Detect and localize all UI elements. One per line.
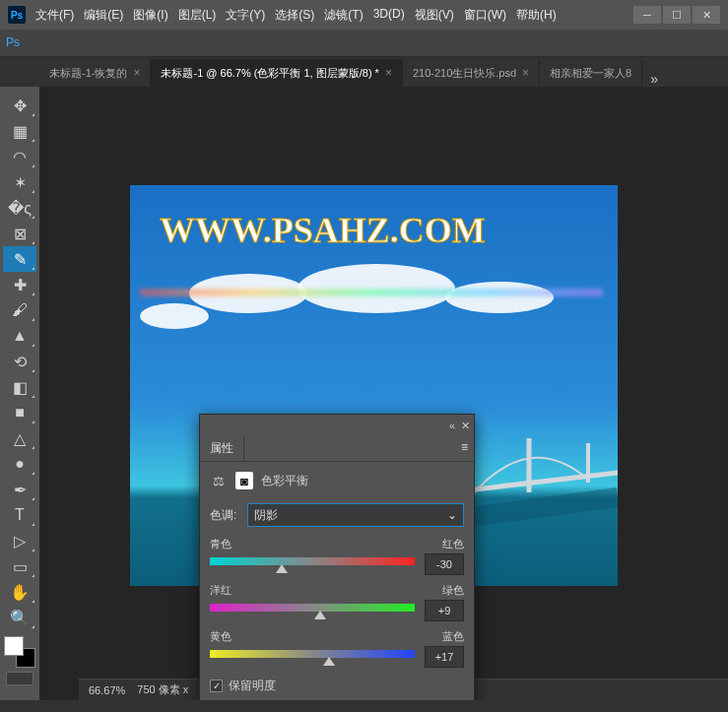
menu-help[interactable]: 帮助(H) bbox=[516, 7, 557, 24]
tool-eraser[interactable]: ◧ bbox=[3, 374, 36, 400]
menu-file[interactable]: 文件(F) bbox=[35, 7, 74, 24]
toolbar: ✥▦◠✶�ς⊠✎✚🖌▲⟲◧■△●✒T▷▭✋🔍 bbox=[0, 87, 39, 700]
watermark-text: WWW.PSAHZ.COM bbox=[160, 210, 486, 251]
tool-heal[interactable]: ✚ bbox=[3, 272, 36, 297]
slider-value-input[interactable]: +9 bbox=[425, 600, 464, 621]
tone-select[interactable]: 阴影 ⌄ bbox=[247, 503, 464, 527]
tool-history[interactable]: ⟲ bbox=[3, 349, 36, 374]
slider-left-label: 青色 bbox=[210, 537, 232, 551]
panel-tab-properties[interactable]: 属性 bbox=[200, 436, 244, 461]
tab-doc-3[interactable]: 210-210生日快乐.psd× bbox=[403, 59, 540, 87]
tool-eyedropper[interactable]: ✎ bbox=[3, 246, 36, 272]
slider-value-input[interactable]: +17 bbox=[425, 646, 464, 668]
preserve-luminosity-checkbox[interactable]: ✓ bbox=[210, 680, 223, 692]
slider-thumb[interactable] bbox=[323, 657, 335, 666]
tool-shape[interactable]: ▭ bbox=[3, 553, 36, 579]
minimize-button[interactable]: ─ bbox=[633, 6, 661, 24]
menu-bar: 文件(F) 编辑(E) 图像(I) 图层(L) 文字(Y) 选择(S) 滤镜(T… bbox=[35, 7, 633, 24]
document-tabs: 未标题-1-恢复的× 未标题-1 @ 66.7% (色彩平衡 1, 图层蒙版/8… bbox=[0, 57, 728, 87]
close-icon[interactable]: × bbox=[522, 66, 529, 80]
app-logo: Ps bbox=[8, 6, 26, 24]
collapse-icon[interactable]: « bbox=[449, 420, 455, 431]
tool-brush[interactable]: 🖌 bbox=[3, 297, 36, 323]
mask-icon: ◙ bbox=[235, 472, 253, 489]
menu-type[interactable]: 文字(Y) bbox=[226, 7, 265, 24]
close-icon[interactable]: × bbox=[385, 66, 392, 80]
doc-dimensions: 750 像素 x bbox=[137, 682, 188, 697]
panel-close-icon[interactable]: ✕ bbox=[461, 420, 470, 432]
menu-edit[interactable]: 编辑(E) bbox=[84, 7, 123, 24]
tool-wand[interactable]: ✶ bbox=[3, 169, 36, 195]
color-slider[interactable] bbox=[210, 650, 415, 658]
menu-image[interactable]: 图像(I) bbox=[133, 7, 167, 24]
fg-swatch[interactable] bbox=[4, 636, 24, 656]
menu-layer[interactable]: 图层(L) bbox=[178, 7, 217, 24]
slider-left-label: 黄色 bbox=[210, 629, 232, 644]
tool-lasso[interactable]: ◠ bbox=[3, 144, 36, 169]
tab-doc-1[interactable]: 未标题-1-恢复的× bbox=[39, 59, 151, 87]
ps-small-icon: Ps bbox=[6, 35, 22, 51]
tab-doc-4[interactable]: 相亲相爱一家人8 bbox=[540, 59, 642, 87]
tool-gradient[interactable]: ■ bbox=[3, 400, 36, 425]
menu-filter[interactable]: 滤镜(T) bbox=[324, 7, 363, 24]
chevron-down-icon: ⌄ bbox=[447, 508, 457, 522]
tool-zoom[interactable]: 🔍 bbox=[3, 605, 36, 630]
slider-right-label: 红色 bbox=[442, 537, 464, 551]
tab-label: 未标题-1 @ 66.7% (色彩平衡 1, 图层蒙版/8) * bbox=[161, 66, 378, 81]
close-icon[interactable]: × bbox=[133, 66, 140, 80]
close-button[interactable]: ✕ bbox=[693, 6, 720, 24]
tool-dodge[interactable]: ● bbox=[3, 451, 36, 477]
maximize-button[interactable]: ☐ bbox=[663, 6, 691, 24]
menu-select[interactable]: 选择(S) bbox=[275, 7, 314, 24]
canvas-area[interactable]: WWW.PSAHZ.COM « ✕ 属性 ≡ ⚖ ◙ 色彩平衡 色调: bbox=[39, 87, 728, 700]
tone-value: 阴影 bbox=[254, 507, 278, 524]
adjustment-name: 色彩平衡 bbox=[261, 473, 308, 489]
preserve-luminosity-label: 保留明度 bbox=[229, 678, 276, 694]
tool-crop[interactable]: �ς bbox=[3, 195, 36, 221]
menu-3d[interactable]: 3D(D) bbox=[373, 7, 405, 24]
slider-right-label: 蓝色 bbox=[442, 629, 464, 644]
tab-overflow-button[interactable]: » bbox=[642, 71, 666, 87]
color-slider[interactable] bbox=[210, 604, 415, 612]
tool-frame[interactable]: ⊠ bbox=[3, 221, 36, 246]
menu-window[interactable]: 窗口(W) bbox=[464, 7, 506, 24]
slider-thumb[interactable] bbox=[276, 564, 288, 573]
tone-label: 色调: bbox=[210, 507, 241, 524]
menu-view[interactable]: 视图(V) bbox=[415, 7, 454, 24]
properties-panel: « ✕ 属性 ≡ ⚖ ◙ 色彩平衡 色调: 阴影 ⌄ bbox=[199, 414, 475, 700]
slider-left-label: 洋红 bbox=[210, 583, 232, 598]
panel-menu-icon[interactable]: ≡ bbox=[455, 436, 474, 461]
tool-rect-marquee[interactable]: ▦ bbox=[3, 118, 36, 144]
scales-icon: ⚖ bbox=[210, 472, 228, 489]
color-slider[interactable] bbox=[210, 557, 415, 565]
tool-move[interactable]: ✥ bbox=[3, 93, 36, 118]
tab-label: 210-210生日快乐.psd bbox=[413, 66, 516, 81]
tab-label: 相亲相爱一家人8 bbox=[550, 66, 631, 81]
tool-path[interactable]: ▷ bbox=[3, 528, 36, 553]
quick-mask-toggle[interactable] bbox=[6, 672, 33, 685]
tab-label: 未标题-1-恢复的 bbox=[49, 66, 127, 81]
slider-value-input[interactable]: -30 bbox=[425, 553, 464, 575]
slider-right-label: 绿色 bbox=[442, 583, 464, 598]
tool-blur[interactable]: △ bbox=[3, 425, 36, 451]
tool-hand[interactable]: ✋ bbox=[3, 579, 36, 605]
tab-doc-2[interactable]: 未标题-1 @ 66.7% (色彩平衡 1, 图层蒙版/8) *× bbox=[151, 59, 402, 87]
color-swatches[interactable] bbox=[4, 636, 35, 668]
tool-stamp[interactable]: ▲ bbox=[3, 323, 36, 349]
slider-thumb[interactable] bbox=[314, 611, 326, 619]
zoom-level[interactable]: 66.67% bbox=[89, 684, 125, 696]
tool-pen[interactable]: ✒ bbox=[3, 477, 36, 502]
tool-type[interactable]: T bbox=[3, 502, 36, 528]
